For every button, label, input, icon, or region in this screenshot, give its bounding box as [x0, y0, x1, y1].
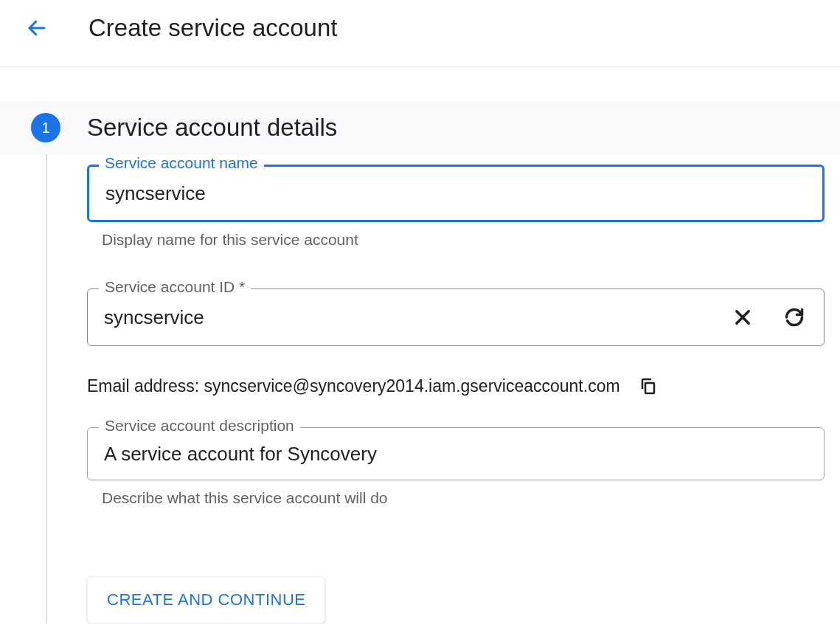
- id-field: Service account ID *: [87, 289, 825, 346]
- email-label: Email address: syncservice@syncovery2014…: [87, 376, 620, 396]
- copy-icon: [639, 376, 657, 396]
- step-title: Service account details: [87, 114, 337, 142]
- step-header: 1 Service account details: [0, 101, 840, 154]
- svg-rect-3: [645, 383, 654, 393]
- clear-id-button[interactable]: [728, 303, 757, 332]
- page-title: Create service account: [88, 14, 338, 42]
- description-field-label: Service account description: [99, 417, 300, 435]
- refresh-icon: [784, 307, 805, 328]
- description-field: Service account description Describe wha…: [87, 427, 825, 507]
- regenerate-id-button[interactable]: [780, 303, 809, 332]
- id-input[interactable]: [103, 305, 728, 330]
- back-button[interactable]: [22, 13, 52, 43]
- description-input[interactable]: [103, 442, 809, 466]
- create-and-continue-button[interactable]: CREATE AND CONTINUE: [87, 576, 325, 624]
- arrow-left-icon: [26, 17, 48, 39]
- copy-email-button[interactable]: [634, 371, 663, 401]
- close-icon: [732, 307, 753, 328]
- description-field-help: Describe what this service account will …: [102, 489, 825, 507]
- step-number-badge: 1: [31, 113, 60, 142]
- name-field-label: Service account name: [99, 154, 264, 172]
- name-field-help: Display name for this service account: [102, 231, 825, 249]
- id-field-label: Service account ID *: [99, 278, 251, 296]
- name-input[interactable]: [104, 182, 808, 206]
- email-row: Email address: syncservice@syncovery2014…: [87, 371, 825, 401]
- step-connector-line: [46, 154, 47, 624]
- page-header: Create service account: [0, 0, 840, 67]
- name-field: Service account name Display name for th…: [87, 165, 825, 249]
